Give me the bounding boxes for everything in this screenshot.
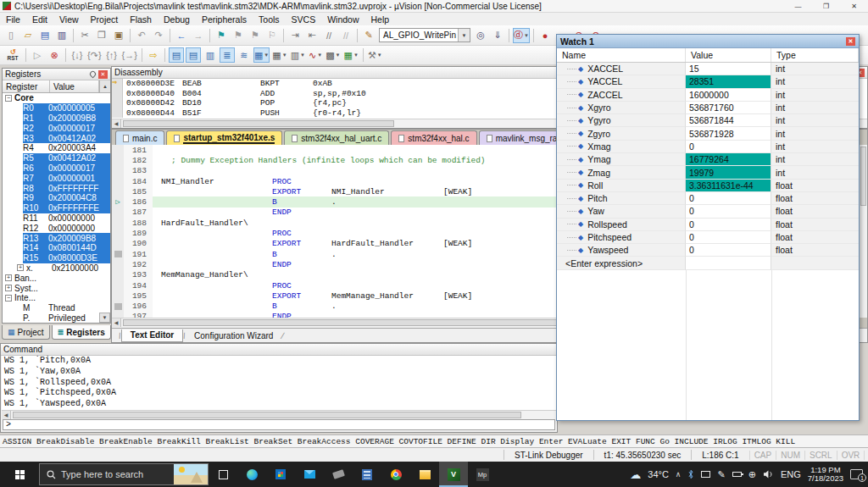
code-gutter[interactable] <box>112 218 124 228</box>
menu-flash[interactable]: Flash <box>124 14 158 25</box>
register-row[interactable]: −Inte... <box>3 293 110 303</box>
code-gutter[interactable] <box>112 208 124 218</box>
workspace-tab-project[interactable]: ▦Project <box>2 325 50 340</box>
register-row[interactable]: +Ban... <box>3 273 110 283</box>
register-entry[interactable]: R140x0800144D <box>23 243 110 253</box>
command-input[interactable]: > <box>3 419 555 430</box>
menu-project[interactable]: Project <box>85 14 125 25</box>
chevron-down-icon[interactable]: ▼ <box>336 53 341 58</box>
expand-icon[interactable]: + <box>5 285 12 291</box>
watch-row[interactable]: ◆Xgyro536871760int <box>557 102 859 114</box>
find-in-files-button[interactable]: ◎ <box>473 28 488 43</box>
weather-cloud-icon[interactable]: ☁ <box>630 468 641 481</box>
insert-remove-breakpoint-button[interactable]: ● <box>537 28 553 43</box>
register-row[interactable]: R00x00000005 <box>3 103 110 113</box>
collapse-icon[interactable]: − <box>5 295 12 302</box>
menu-tools[interactable]: Tools <box>253 14 286 25</box>
start-button[interactable] <box>0 462 39 487</box>
command-button-go[interactable]: Go <box>655 437 670 446</box>
symbol-combobox[interactable]: AL_GPIO_WritePin▼ <box>379 28 470 42</box>
register-entry[interactable]: R70x00000001 <box>23 173 110 183</box>
pen-icon[interactable]: ✎ <box>717 469 725 480</box>
command-button-assign[interactable]: ASSIGN <box>3 437 31 446</box>
pin-icon[interactable] <box>89 70 97 79</box>
watch-name-cell[interactable]: ◆Yawspeed <box>557 244 686 257</box>
scrollbar-thumb[interactable] <box>13 412 521 418</box>
chevron-down-icon[interactable]: ▼ <box>353 53 359 58</box>
watch-name-cell[interactable]: ◆XACCEL <box>557 63 686 75</box>
register-row[interactable]: −Core <box>3 93 110 103</box>
register-row[interactable]: R100xFFFFFFFE <box>3 203 110 213</box>
step-out-button[interactable]: {↑} <box>104 47 120 63</box>
register-entry[interactable]: x.0x21000000 <box>26 263 110 274</box>
save-button[interactable]: ▤ <box>37 28 53 43</box>
watch-name-cell[interactable]: ◆Rollspeed <box>557 219 686 231</box>
scrollbar-thumb[interactable] <box>860 147 866 206</box>
command-button-breakaccess[interactable]: BreakAccess <box>292 437 350 446</box>
chevron-down-icon[interactable]: ▼ <box>264 53 269 58</box>
command-button-include[interactable]: INCLUDE <box>670 437 709 446</box>
watch-name-cell[interactable]: ◆Pitch <box>557 192 686 205</box>
redo-button[interactable]: ↷ <box>151 28 166 43</box>
watch-name-cell[interactable]: ◆Xmag <box>557 141 686 153</box>
show-next-statement-button[interactable]: ⇨ <box>146 47 161 63</box>
close-icon[interactable]: ✕ <box>846 37 855 46</box>
chevron-down-icon[interactable]: ▼ <box>377 53 382 58</box>
register-entry[interactable]: R80xFFFFFFFF <box>23 183 110 193</box>
watch-row[interactable]: ◆Ygyro536871844int <box>557 114 859 127</box>
watch-value-cell[interactable]: 536871928 <box>686 127 771 140</box>
watch-row[interactable]: ◆Yaw0float <box>557 205 859 218</box>
outdent-button[interactable]: ⇤ <box>304 28 320 43</box>
cut-button[interactable]: ✂ <box>77 28 92 43</box>
register-row[interactable]: R130x200009B8 <box>3 233 110 243</box>
register-entry[interactable]: R150x08000D3E <box>23 253 110 263</box>
watch-name-cell[interactable]: ◆Yaw <box>557 205 686 218</box>
register-row[interactable]: +Syst... <box>3 283 110 293</box>
watch-name-cell[interactable]: ◆Zmag <box>557 166 686 179</box>
watch-value-cell[interactable] <box>686 257 771 269</box>
open-file-button[interactable]: ▱ <box>20 28 36 43</box>
register-entry[interactable]: P.Privileged <box>23 313 110 323</box>
watch-value-cell[interactable]: 536871844 <box>686 114 771 127</box>
close-button[interactable]: ✕ <box>840 0 868 13</box>
watch-enter-row[interactable]: <Enter expression> <box>557 257 859 269</box>
watch-value-cell[interactable]: 0 <box>686 244 771 257</box>
taskbar-app-mplab[interactable]: Mp <box>468 462 497 487</box>
reset-button[interactable]: ↺RST <box>3 47 23 64</box>
weather-temp[interactable]: 34°C <box>648 469 669 479</box>
taskbar-app-surface[interactable] <box>324 462 353 487</box>
command-button-display[interactable]: Display <box>496 437 535 446</box>
register-entry[interactable]: R60x00000017 <box>23 163 110 174</box>
expand-icon[interactable]: + <box>5 274 12 281</box>
clear-bookmarks-button[interactable]: ⚐ <box>264 28 280 43</box>
minimize-button[interactable]: — <box>784 0 812 13</box>
configure-flash-tools-button[interactable]: ✎ <box>361 28 376 43</box>
system-viewer-button[interactable]: ▦▼ <box>343 47 359 63</box>
register-row[interactable]: R60x00000017 <box>3 163 110 174</box>
watch-name-cell[interactable]: ◆Ygyro <box>557 114 686 127</box>
editor-mode-tab-text-editor[interactable]: Text Editor <box>121 329 183 342</box>
copy-button[interactable]: ❐ <box>94 28 109 43</box>
menu-view[interactable]: View <box>53 14 85 25</box>
logic-analyzer-window-button[interactable]: ∿▼ <box>308 47 323 63</box>
watch-row[interactable]: ◆ZACCEL16000000int <box>557 89 859 102</box>
scroll-down-icon[interactable]: ▼ <box>99 313 110 323</box>
stop-button[interactable]: ⊗ <box>47 47 62 63</box>
code-gutter[interactable] <box>112 270 124 280</box>
command-button-breakenable[interactable]: BreakEnable <box>94 437 152 446</box>
register-row[interactable]: +x.0x21000000 <box>3 263 110 274</box>
watch-value-cell[interactable]: 16000000 <box>686 89 771 102</box>
comment-selection-button[interactable]: // <box>321 28 337 43</box>
volume-icon[interactable] <box>763 470 774 479</box>
command-button-func[interactable]: FUNC <box>631 437 655 446</box>
restore-button[interactable]: ❐ <box>812 0 840 13</box>
network-icon[interactable]: ⊕ <box>748 469 756 480</box>
command-button-breakset[interactable]: BreakSet <box>249 437 292 446</box>
hidden-icons-chevron[interactable]: ∧ <box>676 470 682 479</box>
register-row[interactable]: R70x00000001 <box>3 173 110 183</box>
watch-enter-cell[interactable]: <Enter expression> <box>557 257 686 269</box>
watch-window-button[interactable]: ▦▼ <box>253 47 270 63</box>
register-entry[interactable]: R50x00412A02 <box>23 153 110 163</box>
editor-tab-main.c[interactable]: main.c <box>115 130 164 145</box>
watch-value-cell[interactable]: 0 <box>686 141 771 153</box>
